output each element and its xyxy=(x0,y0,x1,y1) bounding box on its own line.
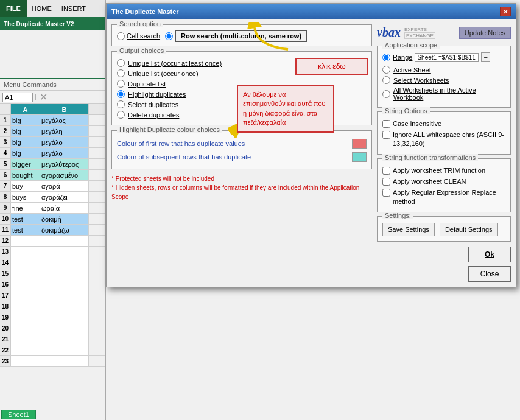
close-formula-icon[interactable]: ✕ xyxy=(38,91,49,103)
dialog-close-button[interactable]: ✕ xyxy=(500,7,511,16)
table-row: 14 xyxy=(0,257,105,268)
scope-option-1[interactable]: Select Worksheets xyxy=(382,75,505,85)
table-row: 16 xyxy=(0,279,105,290)
range-radio[interactable] xyxy=(382,54,390,61)
string-func-2[interactable]: Apply Regular Expression Replace method xyxy=(382,187,505,207)
footer-notes: * Protected sheets will not be included … xyxy=(111,173,372,203)
yellow-arrow xyxy=(245,22,294,52)
table-row: 12 xyxy=(0,236,105,247)
scope-option-2[interactable]: All Worksheets in the Active Workbook xyxy=(382,85,505,102)
default-settings-button[interactable]: Default Settings xyxy=(440,223,498,236)
tab-home[interactable]: HOME xyxy=(27,0,57,17)
string-options-title: String Options xyxy=(382,107,430,114)
string-func-0[interactable]: Apply worksheet TRIM function xyxy=(382,165,505,176)
experts-label: EXPERTS xyxy=(404,27,427,32)
exchange-label: EXCHANGE xyxy=(404,32,435,39)
table-row: 21 xyxy=(0,334,105,345)
duplicate-master-dialog: The Duplicate Master ✕ Search option Cel… xyxy=(106,3,516,287)
string-option-0[interactable]: Case insensitive xyxy=(382,118,505,129)
table-row: 5 bigger μεγαλύτερος xyxy=(0,159,105,170)
vbax-logo: vbax xyxy=(377,26,401,40)
table-row: 6 bought αγορασμένο xyxy=(0,170,105,181)
table-row: 22 xyxy=(0,345,105,356)
col-header-b: B xyxy=(40,104,89,114)
table-row: 10 test δοκιμή xyxy=(0,214,105,225)
name-box[interactable] xyxy=(2,93,33,102)
excel-background: FILE HOME INSERT The Duplicate Master V2… xyxy=(0,0,520,420)
spreadsheet-titlebar: The Duplicate Master V2 xyxy=(0,17,105,30)
table-row: 2 big μεγάλη xyxy=(0,126,105,137)
table-row: 3 big μεγάλο xyxy=(0,137,105,148)
settings-title: Settings: xyxy=(382,212,413,219)
first-colour-swatch[interactable] xyxy=(352,139,367,149)
save-settings-button[interactable]: Save Settings xyxy=(382,223,435,236)
highlight-colour-title: Highlight Duplicate colour choices xyxy=(117,126,222,133)
row-search-radio[interactable] xyxy=(165,32,173,40)
table-row: 19 xyxy=(0,312,105,323)
table-row: 15 xyxy=(0,268,105,279)
tooltip-klick-edw: κλικ εδω xyxy=(295,58,368,75)
string-func-1[interactable]: Apply worksheet CLEAN xyxy=(382,176,505,187)
subsequent-colour-label: Colour of subsequent rows that has dupli… xyxy=(117,153,251,161)
scope-option-0[interactable]: Active Sheet xyxy=(382,65,505,75)
dialog-titlebar: The Duplicate Master ✕ xyxy=(107,4,516,19)
string-functions-title: String function transformations xyxy=(382,154,478,161)
table-row: 4 big μεγάλο xyxy=(0,148,105,159)
first-row-colour-label: Colour of first row that has duplicate v… xyxy=(117,140,245,147)
ok-button[interactable]: Ok xyxy=(468,247,511,262)
string-option-1[interactable]: Ignore ALL whitespace chrs (ASCII 9-13,3… xyxy=(382,129,505,149)
table-row: 23 xyxy=(0,356,105,367)
table-row: 20 xyxy=(0,323,105,334)
table-row: 8 buys αγοράζει xyxy=(0,192,105,203)
table-row: 18 xyxy=(0,301,105,312)
range-collapse-button[interactable]: − xyxy=(481,52,490,62)
search-option-title: Search option xyxy=(117,20,163,27)
table-row: 9 fine ωραία xyxy=(0,203,105,214)
output-choices-title: Output choices xyxy=(117,47,166,54)
table-row: 7 buy αγορά xyxy=(0,181,105,192)
range-input[interactable] xyxy=(415,53,479,62)
tab-file[interactable]: FILE xyxy=(0,0,27,17)
table-row: 13 xyxy=(0,247,105,257)
app-scope-title: Application scope xyxy=(382,41,440,49)
close-button[interactable]: Close xyxy=(468,266,511,282)
cell-search-radio[interactable] xyxy=(117,32,125,40)
table-row: 1 big μεγάλος xyxy=(0,115,105,126)
tooltip-greek-text: Αν θέλουμε να επισημανθούν και αυτά που … xyxy=(237,85,334,133)
subsequent-colour-swatch[interactable] xyxy=(352,152,367,162)
update-notes-button[interactable]: Update Notes xyxy=(459,27,511,39)
menu-commands-label: Menu Commands xyxy=(0,79,105,91)
data-table: 1 big μεγάλος 2 big μεγάλη 3 big μεγάλο … xyxy=(0,115,105,367)
cell-search-label: Cell search xyxy=(127,32,160,40)
col-header-a: A xyxy=(11,104,40,114)
tab-insert[interactable]: INSERT xyxy=(57,0,91,17)
dialog-title: The Duplicate Master xyxy=(111,8,179,15)
table-row: 17 xyxy=(0,290,105,301)
sheet-tab-sheet1[interactable]: Sheet1 xyxy=(1,410,36,419)
range-label: Range xyxy=(393,54,412,61)
table-row: 11 test δοκιμάζω xyxy=(0,225,105,236)
